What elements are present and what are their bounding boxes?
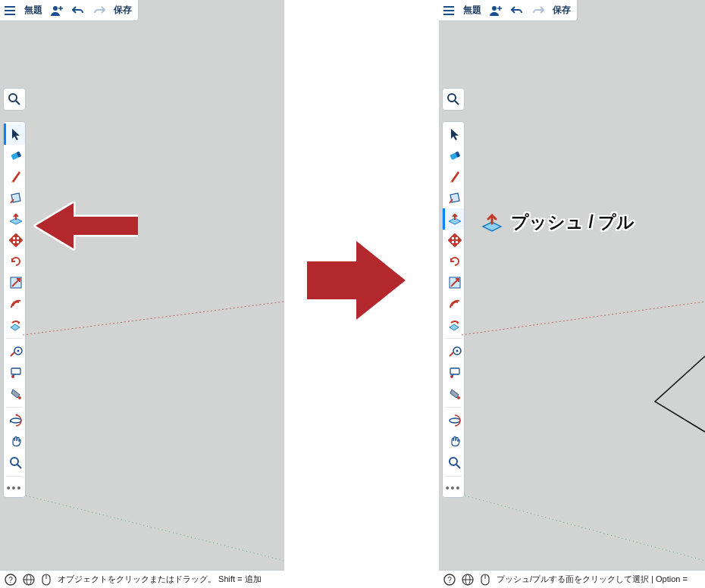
status-bar: ? オブジェクトをクリックまたはドラッグ。 Shift = 追加 xyxy=(0,570,284,588)
globe-icon[interactable] xyxy=(23,574,35,586)
annotation-arrow-left-icon xyxy=(32,199,138,252)
pushpull-icon xyxy=(481,213,503,233)
canvas-ground xyxy=(0,0,284,588)
canvas-ground xyxy=(439,0,705,588)
svg-line-51 xyxy=(462,302,705,335)
help-icon[interactable]: ? xyxy=(5,574,17,586)
svg-text:?: ? xyxy=(447,576,452,584)
app-panel-before: 無題 保存 xyxy=(0,0,284,588)
tool-tooltip: プッシュ / プル xyxy=(481,211,634,234)
status-text: プッシュ/プルする面をクリックして選択 | Option = xyxy=(497,574,688,585)
svg-line-22 xyxy=(26,496,284,561)
mouse-icon xyxy=(41,574,52,586)
app-panel-after: 無題 保存 xyxy=(439,0,705,588)
status-bar: ? プッシュ/プルする面をクリックして選択 | Option = xyxy=(439,570,705,588)
transition-arrow-icon xyxy=(303,235,409,326)
svg-text:?: ? xyxy=(8,576,13,584)
help-icon[interactable]: ? xyxy=(443,574,456,586)
status-text: オブジェクトをクリックまたはドラッグ。 Shift = 追加 xyxy=(58,574,262,585)
svg-line-52 xyxy=(465,496,705,561)
svg-line-21 xyxy=(23,302,284,335)
mouse-icon xyxy=(480,574,490,586)
tool-tooltip-label: プッシュ / プル xyxy=(511,211,634,234)
globe-icon[interactable] xyxy=(462,574,474,586)
